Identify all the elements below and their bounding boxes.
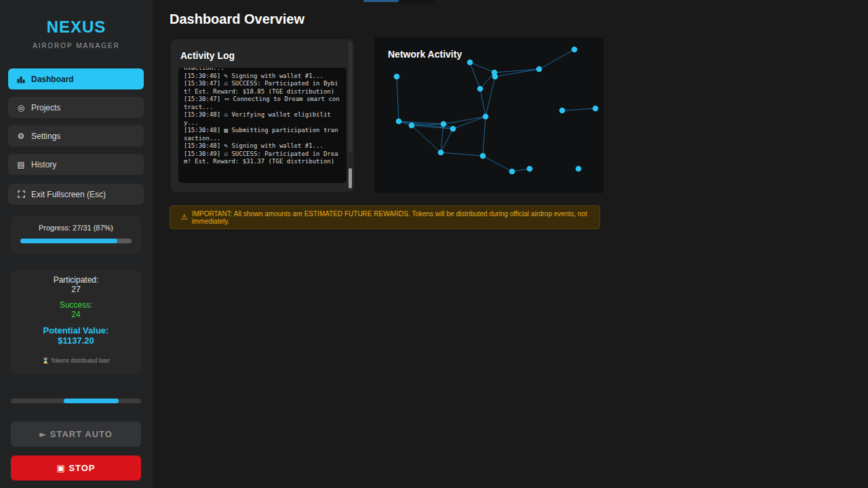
network-node [509,169,515,175]
progress-label: Progress: 27/31 (87%) [11,224,141,232]
activity-log-panel: Activity Log nsaction...[15:30:46] ✎ Sig… [171,39,354,192]
start-auto-button[interactable]: ► START AUTO [11,422,141,447]
warning-banner: ⚠ IMPORTANT: All shown amounts are ESTIM… [170,205,600,229]
top-tab-remnant-shadow [399,0,434,4]
network-node [441,121,447,127]
network-edge [495,69,539,77]
network-edge [486,77,495,117]
network-edge [494,69,539,73]
target-icon: ◎ [16,103,26,113]
log-entry: [15:30:49] ☑ SUCCESS: Participated in Dr… [184,150,341,166]
network-edge [483,156,512,171]
app-root: NEXUS AIRDROP MANAGER Dashboard◎Projects… [0,0,868,488]
network-edge [480,89,486,117]
warning-icon: ⚠ [181,213,188,222]
network-edge [453,117,486,129]
network-graph [374,37,604,193]
sidebar-item-label: Settings [31,131,60,141]
scrollbar-track [349,41,352,152]
activity-log-title: Activity Log [180,50,235,61]
top-tab-remnant [363,0,399,2]
network-edge [480,73,494,89]
log-entry: [15:30:47] ☑ SUCCESS: Participated in By… [184,80,341,96]
network-node [394,74,400,80]
network-node [593,106,599,112]
log-entry: [15:30:48] ✎ Signing with wallet #1... [184,142,341,150]
clipboard-icon: ▤ [16,160,26,169]
auto-progress-track [11,399,141,403]
network-edge [539,49,574,69]
sidebar-item-label: Dashboard [31,75,74,84]
sidebar-item-label: Projects [31,103,60,113]
network-node [396,119,402,125]
activity-log-output[interactable]: nsaction...[15:30:46] ✎ Signing with wal… [178,68,347,183]
potential-value: $1137.20 [11,336,141,346]
network-node [536,66,542,73]
network-node [483,114,489,120]
network-node [477,86,484,92]
auto-progress-fill [64,399,119,403]
network-edge [397,77,399,121]
success-value: 24 [11,310,141,319]
app-subtitle: AIRDROP MANAGER [0,42,153,49]
network-activity-panel: Network Activity [374,37,604,193]
start-auto-label: START AUTO [50,429,113,439]
log-entry: [15:30:48] ▤ Submitting participation tr… [184,127,341,142]
network-activity-title: Network Activity [388,49,462,60]
progress-bar-fill [20,239,117,243]
network-node [450,126,456,132]
stop-button[interactable]: ▣ STOP [11,455,141,481]
warning-text: IMPORTANT: All shown amounts are ESTIMAT… [192,210,589,225]
progress-card: Progress: 27/31 (87%) [11,216,141,253]
distribution-note-text: Tokens distributed later [51,357,110,364]
network-edge [483,117,486,156]
progress-bar-track [20,239,132,243]
fullscreen-icon [16,190,26,198]
network-edge [562,108,595,110]
network-node [480,153,486,159]
network-edge [441,152,483,156]
network-node [527,166,533,172]
log-entry: [15:30:46] ✎ Signing with wallet #1... [184,73,341,81]
network-edge [412,125,441,152]
scrollbar-thumb[interactable] [349,168,352,188]
distribution-note: ⌛ Tokens distributed later [11,357,141,364]
sidebar-item-settings[interactable]: ⚙Settings [8,125,144,146]
sidebar-item-projects[interactable]: ◎Projects [8,97,144,118]
potential-value-label: Potential Value: [11,325,141,336]
sidebar: NEXUS AIRDROP MANAGER Dashboard◎Projects… [0,0,153,488]
log-entry: [15:30:47] ∾ Connecting to Dream smart c… [184,96,341,111]
participated-value: 27 [11,285,141,294]
stop-icon: ▣ [56,463,65,473]
network-node [559,108,566,114]
sidebar-item-label: Exit Fullscreen (Esc) [31,190,106,199]
stats-card: Participated: 27 Success: 24 Potential V… [11,270,141,375]
stop-label: STOP [68,463,95,473]
participated-label: Participated: [11,275,141,285]
page-title: Dashboard Overview [170,12,304,27]
success-label: Success: [11,300,141,310]
network-node [492,74,498,80]
network-node [572,47,578,53]
play-icon: ► [39,429,47,439]
bar-chart-icon [16,75,26,83]
network-node [467,60,473,66]
app-title: NEXUS [0,18,153,37]
network-node [576,166,582,172]
network-node [438,150,444,156]
sidebar-item-history[interactable]: ▤History [8,154,144,175]
sidebar-nav: Dashboard◎Projects⚙Settings▤HistoryExit … [8,68,144,212]
gear-icon: ⚙ [16,131,26,141]
log-entry: [15:30:48] ☑ Verifying wallet eligibilit… [184,111,341,127]
sidebar-item-dashboard[interactable]: Dashboard [8,68,144,89]
hourglass-icon: ⌛ [42,357,50,364]
sidebar-item-exit-fullscreen-esc[interactable]: Exit Fullscreen (Esc) [8,184,144,205]
sidebar-item-label: History [31,160,56,169]
network-node [409,123,415,129]
network-edge [443,117,486,124]
